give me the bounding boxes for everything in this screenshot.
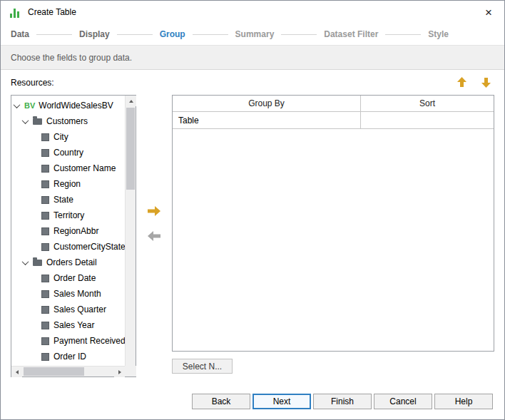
field-icon: [41, 275, 49, 282]
step-connector: [385, 34, 421, 35]
resources-row: Resources:: [1, 70, 504, 95]
step-connector: [36, 34, 72, 35]
close-icon[interactable]: ×: [482, 5, 495, 20]
scrollbar-thumb[interactable]: [24, 367, 84, 376]
field-icon: [41, 322, 49, 329]
move-up-button[interactable]: [453, 74, 470, 91]
help-button[interactable]: Help: [434, 394, 493, 409]
tree-item-root[interactable]: BV WorldWideSalesBV: [11, 98, 125, 113]
tree-item-folder[interactable]: Orders Detail: [11, 255, 125, 270]
transfer-buttons: [136, 204, 172, 243]
chevron-down-icon[interactable]: [22, 117, 29, 124]
grid-header-row: Group By Sort: [173, 96, 494, 112]
tree-item-field[interactable]: Sales Year: [11, 317, 125, 333]
scrollbar-corner: [125, 366, 136, 377]
field-icon: [41, 196, 49, 204]
field-icon: [41, 149, 49, 157]
step-connector: [193, 34, 228, 35]
tree-item-folder[interactable]: Customers: [11, 113, 125, 129]
step-connector: [117, 34, 153, 35]
wizard-step-style[interactable]: Style: [428, 29, 449, 39]
scroll-up-button[interactable]: [126, 96, 136, 106]
field-icon: [41, 290, 49, 298]
tree-viewport: BV WorldWideSalesBV Customers City Count…: [11, 96, 125, 366]
scroll-left-button[interactable]: [11, 367, 22, 377]
arrow-left-icon: [146, 230, 162, 242]
resources-tree: BV WorldWideSalesBV Customers City Count…: [11, 95, 136, 377]
tree-item-field[interactable]: RegionAbbr: [11, 223, 125, 239]
column-header-group-by: Group By: [173, 96, 361, 111]
remove-field-button[interactable]: [145, 229, 163, 243]
tree-vertical-scrollbar[interactable]: [125, 96, 136, 377]
chevron-down-icon[interactable]: [22, 258, 29, 265]
main-area: BV WorldWideSalesBV Customers City Count…: [1, 95, 504, 377]
window-title: Create Table: [28, 7, 76, 17]
field-icon: [41, 227, 49, 235]
triangle-up-icon: [129, 100, 133, 103]
folder-icon: [33, 260, 42, 266]
field-icon: [41, 306, 49, 314]
finish-button[interactable]: Finish: [313, 394, 372, 409]
create-table-dialog: Create Table × Data Display Group Summar…: [0, 0, 505, 420]
wizard-step-group[interactable]: Group: [160, 29, 185, 39]
field-icon: [41, 212, 49, 220]
field-icon: [41, 337, 49, 345]
business-view-icon: BV: [24, 101, 35, 110]
field-icon: [41, 243, 49, 251]
tree-item-field[interactable]: Sales Quarter: [11, 302, 125, 317]
sort-cell[interactable]: [361, 112, 494, 128]
group-by-grid: Group By Sort Table: [172, 95, 494, 352]
scrollbar-thumb[interactable]: [126, 108, 135, 190]
folder-icon: [33, 118, 42, 125]
cancel-button[interactable]: Cancel: [374, 394, 432, 409]
tree-item-field[interactable]: Country: [11, 145, 125, 160]
wizard-step-summary[interactable]: Summary: [235, 29, 275, 39]
move-down-button[interactable]: [477, 74, 494, 91]
column-header-sort: Sort: [361, 96, 494, 111]
triangle-right-icon: [118, 370, 121, 374]
tree-item-field[interactable]: Region: [11, 176, 125, 192]
step-connector: [281, 34, 317, 35]
wizard-step-display[interactable]: Display: [79, 29, 110, 39]
tree-item-field[interactable]: Order Date: [11, 270, 125, 286]
app-chart-icon: [10, 7, 21, 18]
select-n-button[interactable]: Select N...: [172, 359, 233, 374]
resources-label: Resources:: [11, 78, 54, 88]
tree-item-field[interactable]: City: [11, 129, 125, 145]
title-bar: Create Table ×: [1, 1, 504, 24]
grid-row-table[interactable]: Table: [173, 112, 494, 129]
group-panel: Group By Sort Table Select N...: [172, 95, 494, 374]
wizard-steps: Data Display Group Summary Dataset Filte…: [1, 24, 504, 45]
tree-item-field[interactable]: CustomerCityStateZ: [11, 239, 125, 255]
tree-item-field[interactable]: Payment Received: [11, 333, 125, 349]
tree-item-field[interactable]: Sales Month: [11, 286, 125, 302]
tree-item-field[interactable]: Order ID: [11, 349, 125, 364]
triangle-left-icon: [16, 370, 19, 374]
tree-horizontal-scrollbar[interactable]: [11, 366, 125, 377]
field-icon: [41, 180, 49, 188]
wizard-step-dataset-filter[interactable]: Dataset Filter: [324, 29, 378, 39]
wizard-step-data[interactable]: Data: [11, 29, 29, 39]
dialog-footer: Back Next Finish Cancel Help: [1, 377, 504, 409]
tree-item-field[interactable]: Customer Name: [11, 160, 125, 176]
scroll-right-button[interactable]: [114, 367, 125, 377]
tree-item-field[interactable]: State: [11, 192, 125, 208]
field-icon: [41, 165, 49, 173]
tree-item-field[interactable]: Territory: [11, 208, 125, 223]
group-by-cell[interactable]: Table: [173, 112, 361, 128]
arrow-down-icon: [480, 76, 492, 88]
step-description: Choose the fields to group data.: [1, 45, 504, 70]
add-field-button[interactable]: [145, 204, 163, 218]
back-button[interactable]: Back: [192, 394, 250, 409]
chevron-down-icon[interactable]: [14, 101, 21, 108]
next-button[interactable]: Next: [252, 394, 311, 409]
arrow-right-icon: [146, 205, 162, 217]
field-icon: [41, 133, 49, 141]
field-icon: [41, 353, 49, 361]
arrow-up-icon: [456, 76, 468, 88]
